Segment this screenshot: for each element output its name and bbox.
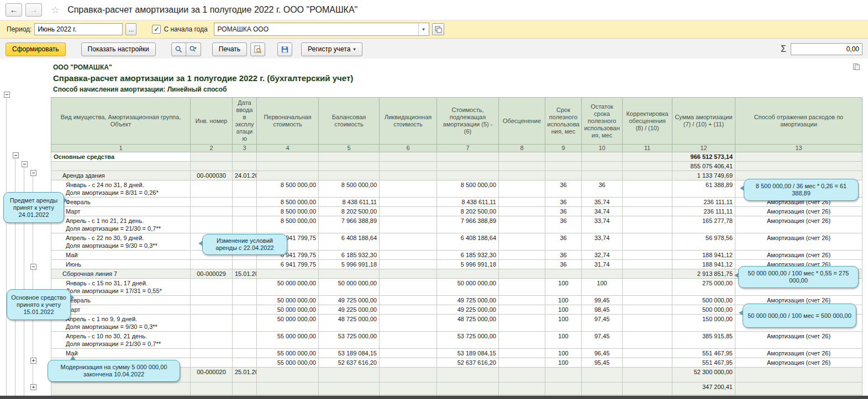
- table-cell[interactable]: [499, 260, 545, 269]
- table-cell[interactable]: 95,45: [582, 358, 623, 368]
- table-cell[interactable]: [437, 368, 499, 382]
- table-cell[interactable]: Апрель - с 1 по 9, 9 дней.Доля амортизац…: [51, 315, 191, 332]
- column-header[interactable]: Первоначальная стоимость: [257, 98, 319, 145]
- generate-button[interactable]: Сформировать: [6, 42, 66, 56]
- table-cell[interactable]: [191, 162, 233, 171]
- table-cell[interactable]: [380, 305, 437, 315]
- print-button[interactable]: Печать: [212, 42, 247, 56]
- table-cell[interactable]: 36: [545, 198, 582, 207]
- table-cell[interactable]: 36: [582, 180, 623, 198]
- table-cell[interactable]: [380, 251, 437, 260]
- table-cell[interactable]: [191, 332, 233, 349]
- table-cell[interactable]: 32,74: [582, 251, 623, 260]
- column-header[interactable]: Вид имущества, Амортизационная группа, О…: [51, 98, 191, 145]
- column-header[interactable]: Стоимость, подлежащая амортизации (5) - …: [437, 98, 499, 145]
- column-number[interactable]: 11: [623, 145, 672, 152]
- table-cell[interactable]: [499, 207, 545, 216]
- expander-subgroup[interactable]: [22, 161, 28, 167]
- table-cell[interactable]: [623, 216, 672, 233]
- table-cell[interactable]: 36: [545, 260, 582, 269]
- table-cell[interactable]: [582, 368, 623, 382]
- table-cell[interactable]: [380, 358, 437, 368]
- column-header[interactable]: Корректировка обесценения (8) / (10): [623, 98, 672, 145]
- table-cell[interactable]: [499, 332, 545, 349]
- table-cell[interactable]: [380, 162, 437, 171]
- table-cell[interactable]: 8 202 500,00: [437, 207, 499, 216]
- table-cell[interactable]: 36: [545, 207, 582, 216]
- table-cell[interactable]: 6 408 188,64: [437, 233, 499, 251]
- table-cell[interactable]: [499, 368, 545, 382]
- column-header[interactable]: Инв. номер: [191, 98, 233, 145]
- expander-asset-1[interactable]: [30, 170, 36, 176]
- table-cell[interactable]: 24.01.2022: [233, 171, 257, 180]
- table-cell[interactable]: [623, 305, 672, 315]
- table-cell[interactable]: 15.01.2022: [233, 269, 257, 279]
- table-cell[interactable]: [191, 198, 233, 207]
- choose-from-list-button[interactable]: [432, 23, 444, 35]
- table-cell[interactable]: [623, 382, 672, 395]
- table-cell[interactable]: 50 000 000,00: [257, 305, 319, 315]
- table-cell[interactable]: [257, 269, 319, 279]
- search-next-button[interactable]: [186, 42, 201, 56]
- column-number[interactable]: 6: [380, 145, 437, 152]
- table-cell[interactable]: [233, 279, 257, 296]
- table-row[interactable]: Апрель - с 10 по 30, 21 день.Доля аморти…: [51, 332, 862, 349]
- autosum-input[interactable]: [791, 43, 862, 55]
- column-number[interactable]: 10: [582, 145, 623, 152]
- table-cell[interactable]: Амортизация (счет 26): [735, 233, 862, 251]
- table-row[interactable]: Май55 000 000,0053 189 084,1553 189 084,…: [51, 349, 862, 358]
- period-choose-button[interactable]: ...: [125, 23, 136, 35]
- table-cell[interactable]: [380, 382, 437, 395]
- table-cell[interactable]: 48 725 000,00: [319, 315, 380, 332]
- table-cell[interactable]: 50 000 000,00: [257, 279, 319, 296]
- table-cell[interactable]: [623, 269, 672, 279]
- table-cell[interactable]: 347 200,41: [672, 382, 735, 395]
- register-button[interactable]: Регистр учета ▾: [301, 42, 362, 56]
- table-cell[interactable]: [319, 152, 380, 162]
- column-header[interactable]: Способ отражения расходов по амортизации: [735, 98, 862, 145]
- table-cell[interactable]: 34,74: [582, 207, 623, 216]
- table-row[interactable]: Апрель - с 1 по 9, 9 дней.Доля амортизац…: [51, 315, 862, 332]
- table-cell[interactable]: 00-000029: [191, 269, 233, 279]
- table-cell[interactable]: [499, 296, 545, 305]
- table-cell[interactable]: Апрель - с 10 по 30, 21 день.Доля аморти…: [51, 332, 191, 349]
- table-row[interactable]: Апрель - с 1 по 21, 21 день.Доля амортиз…: [51, 216, 862, 233]
- column-number[interactable]: 9: [545, 145, 582, 152]
- table-cell[interactable]: [380, 152, 437, 162]
- table-cell[interactable]: [582, 162, 623, 171]
- table-cell[interactable]: 55 000 000,00: [257, 332, 319, 349]
- table-cell[interactable]: [623, 315, 672, 332]
- table-cell[interactable]: [233, 198, 257, 207]
- table-cell[interactable]: 50 000 000,00: [319, 279, 380, 296]
- table-cell[interactable]: [623, 251, 672, 260]
- table-cell[interactable]: 52 637 616,20: [319, 358, 380, 368]
- table-cell[interactable]: [380, 216, 437, 233]
- table-cell[interactable]: Амортизация (счет 26): [735, 349, 862, 358]
- table-cell[interactable]: [623, 358, 672, 368]
- table-cell[interactable]: 500 000,00: [672, 296, 735, 305]
- table-cell[interactable]: [499, 315, 545, 332]
- column-number[interactable]: 7: [437, 145, 499, 152]
- table-cell[interactable]: [582, 269, 623, 279]
- table-cell[interactable]: [735, 162, 862, 171]
- table-cell[interactable]: [233, 305, 257, 315]
- table-cell[interactable]: [545, 368, 582, 382]
- table-cell[interactable]: [623, 233, 672, 251]
- table-cell[interactable]: 96,45: [582, 349, 623, 358]
- table-cell[interactable]: 188 941,12: [672, 260, 735, 269]
- table-cell[interactable]: 855 075 406,41: [672, 162, 735, 171]
- table-cell[interactable]: 551 467,95: [672, 358, 735, 368]
- table-cell[interactable]: [191, 382, 233, 395]
- table-cell[interactable]: [191, 180, 233, 198]
- table-cell[interactable]: [233, 180, 257, 198]
- table-cell[interactable]: 97,45: [582, 315, 623, 332]
- table-cell[interactable]: [191, 216, 233, 233]
- forward-button[interactable]: →: [25, 3, 42, 17]
- table-cell[interactable]: [191, 279, 233, 296]
- table-cell[interactable]: Сборочная линия 7: [51, 269, 191, 279]
- table-cell[interactable]: [191, 207, 233, 216]
- table-cell[interactable]: [257, 171, 319, 180]
- table-cell[interactable]: [499, 152, 545, 162]
- table-cell[interactable]: 6 185 932,30: [319, 251, 380, 260]
- table-cell[interactable]: [233, 260, 257, 269]
